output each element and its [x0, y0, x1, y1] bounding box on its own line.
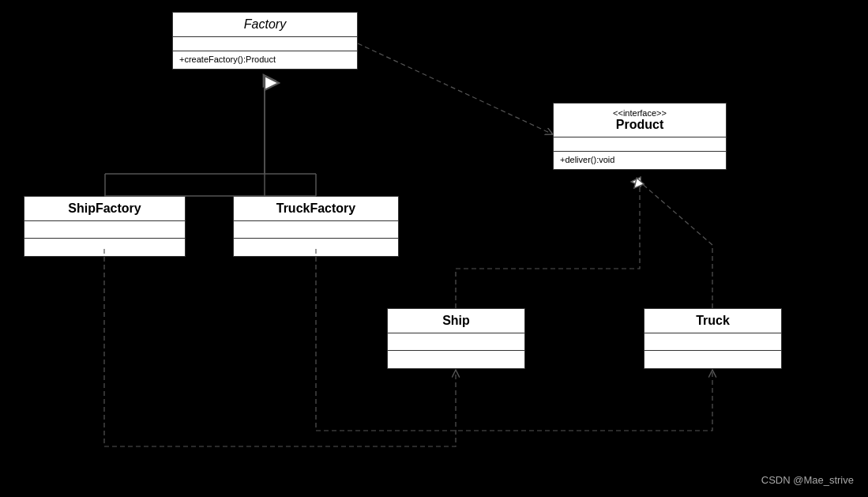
truck-class: Truck	[644, 308, 782, 369]
svg-line-5	[640, 182, 712, 245]
product-class-method: +deliver():void	[554, 152, 726, 169]
ship-factory-class: ShipFactory	[24, 196, 186, 257]
ship-section1	[388, 333, 524, 351]
product-class-section1	[554, 137, 726, 152]
truck-factory-section2	[234, 239, 398, 256]
product-class-name: Product	[613, 118, 667, 132]
truck-section1	[644, 333, 781, 351]
product-class-header: <<interface>> Product	[554, 104, 726, 137]
ship-factory-section1	[24, 221, 185, 239]
truck-factory-section1	[234, 221, 398, 239]
factory-class-method: +createFactory():Product	[173, 51, 357, 69]
factory-class-header: Factory	[173, 13, 357, 37]
ship-section2	[388, 351, 524, 368]
truck-factory-class-header: TruckFactory	[234, 197, 398, 221]
truck-section2	[644, 351, 781, 368]
ship-factory-section2	[24, 239, 185, 256]
ship-class: Ship	[387, 308, 525, 369]
truck-class-header: Truck	[644, 309, 781, 333]
watermark: CSDN @Mae_strive	[761, 474, 854, 486]
product-class: <<interface>> Product +deliver():void	[553, 103, 727, 170]
product-stereotype: <<interface>>	[613, 108, 667, 118]
diagram-container: Factory +createFactory():Product <<inter…	[0, 0, 868, 497]
truck-factory-class: TruckFactory	[233, 196, 399, 257]
factory-class-section1	[173, 37, 357, 51]
factory-class: Factory +createFactory():Product	[172, 12, 358, 70]
svg-line-3	[358, 43, 553, 134]
ship-factory-class-header: ShipFactory	[24, 197, 185, 221]
ship-class-header: Ship	[388, 309, 524, 333]
